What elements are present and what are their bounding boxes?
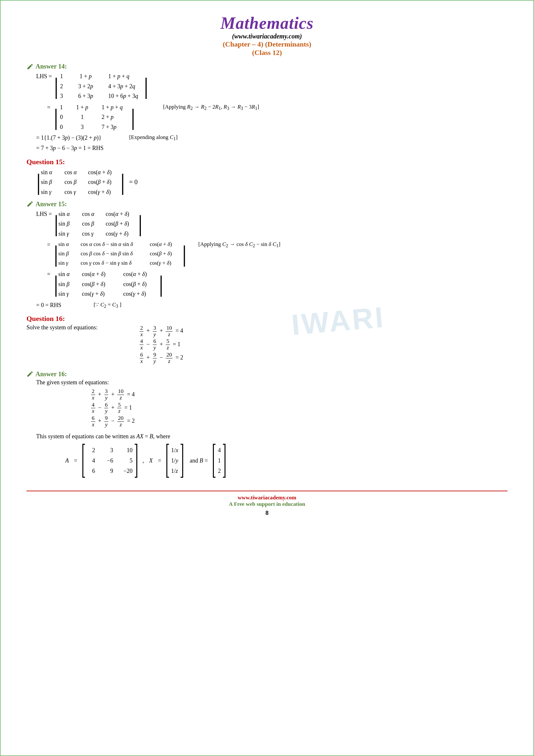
question-16-section: Question 16: Solve the system of equatio… bbox=[27, 314, 507, 364]
question-15-matrix-row: | sin αcos αcos(α + δ) sin βcos βcos(β +… bbox=[36, 167, 507, 197]
title-block: Mathematics (www.tiwariacademy.com) (Cha… bbox=[27, 14, 507, 57]
annotation-15-1: [Applying C2 → cos δ C2 − sin δ C1] bbox=[198, 240, 280, 250]
answer-14-final: = 7 + 3p − 6 − 3p = 1 = RHS bbox=[36, 143, 507, 153]
answer-16-matrices: A = 2310 4−65 69−20 , X = bbox=[65, 444, 507, 478]
question-16-content: Solve the system of equations: 2x + 3y +… bbox=[27, 324, 507, 364]
page-class: (Class 12) bbox=[27, 48, 507, 57]
annotation-14-1: [Applying R2 → R2 − 2R1, R3 → R3 − 3R1] bbox=[163, 102, 259, 112]
answer-16-label: Answer 16: bbox=[27, 370, 507, 378]
answer-16-equations: 2x + 3y + 10z = 4 4x − 6y + 5z = 1 bbox=[91, 388, 507, 428]
answer-15-section: Answer 15: LHS = | sin αcos αcos(α + δ) … bbox=[27, 201, 507, 310]
answer-16-section: Answer 16: The given system of equations… bbox=[27, 370, 507, 478]
answer-15-math: LHS = | sin αcos αcos(α + δ) sin βcos βc… bbox=[36, 209, 507, 310]
answer-14-section: Answer 14: LHS = | 11 + p1 + p + q 23 + … bbox=[27, 63, 507, 153]
answer-14-label: Answer 14: bbox=[27, 63, 507, 70]
pencil-icon-16 bbox=[27, 370, 34, 378]
answer-16-axb-text: This system of equations can be written … bbox=[36, 433, 507, 440]
question-16-label: Question 16: bbox=[27, 314, 507, 323]
page-chapter: (Chapter – 4) (Determinants) bbox=[27, 40, 507, 48]
footer: www.tiwariacademy.com A Free web support… bbox=[27, 495, 507, 507]
question-15-label: Question 15: bbox=[27, 158, 507, 166]
page: IWARI Mathematics (www.tiwariacademy.com… bbox=[0, 0, 534, 756]
content-area: Answer 14: LHS = | 11 + p1 + p + q 23 + … bbox=[27, 63, 507, 478]
lhs-label-14: LHS = bbox=[36, 71, 52, 81]
footer-free: A Free web support in education bbox=[229, 501, 305, 507]
question-15-section: Question 15: | sin αcos αcos(α + δ) sin … bbox=[27, 158, 507, 197]
bottom-bar: www.tiwariacademy.com A Free web support… bbox=[27, 491, 507, 517]
answer-14-math: LHS = | 11 + p1 + p + q 23 + 2p4 + 3p + … bbox=[36, 71, 507, 153]
question-16-equations: 2x + 3y + 10z = 4 4x − 6y + 5z = 1 bbox=[140, 324, 183, 364]
answer-16-text: The given system of equations: bbox=[36, 379, 507, 386]
annotation-15-2: [∵ C2 = C3 ] bbox=[94, 300, 121, 310]
page-number: 8 bbox=[27, 509, 507, 517]
annotation-14-2: [Expending along C1] bbox=[129, 133, 178, 143]
answer-15-label: Answer 15: bbox=[27, 201, 507, 208]
pencil-icon-15 bbox=[27, 201, 34, 207]
footer-url: www.tiwariacademy.com bbox=[238, 495, 296, 501]
page-url: (www.tiwariacademy.com) bbox=[27, 33, 507, 40]
pencil-icon bbox=[27, 63, 34, 70]
page-title: Mathematics bbox=[27, 14, 507, 33]
answer-15-final: = 0 = RHS [∵ C2 = C3 ] bbox=[36, 300, 507, 310]
question-16-text: Solve the system of equations: bbox=[27, 324, 98, 331]
lhs-15: LHS = bbox=[36, 209, 52, 219]
